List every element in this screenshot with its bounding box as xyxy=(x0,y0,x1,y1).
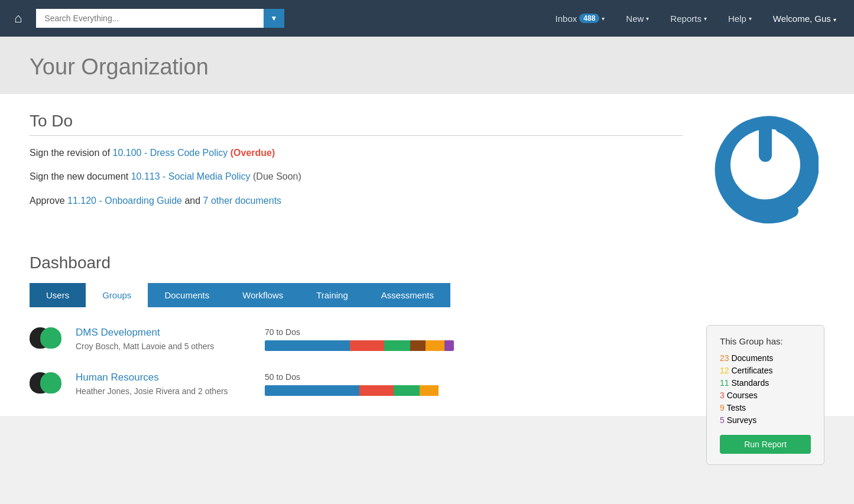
todo-item-3: Approve 11.120 - Onboarding Guide and 7 … xyxy=(30,194,683,207)
tt-surveys-count: 5 xyxy=(720,415,725,425)
power-icon-wrap xyxy=(706,112,824,230)
tt-docs-label: Documents xyxy=(731,353,773,363)
tab-training[interactable]: Training xyxy=(300,283,365,307)
welcome-label: Welcome, Gus xyxy=(773,14,831,24)
todo-2-prefix: Sign the new document xyxy=(30,171,131,181)
page-title: Your Organization xyxy=(30,54,824,80)
group-avatar-hr xyxy=(30,370,64,398)
group-bar-dms: 70 to Dos xyxy=(265,327,694,351)
group-members-hr: Heather Jones, Josie Rivera and 2 others xyxy=(76,386,228,396)
welcome-caret-icon: ▾ xyxy=(833,17,836,23)
bar-seg-hr-2 xyxy=(359,385,394,396)
tooltip-area: This Group has: 23 Documents 12 Certific… xyxy=(694,325,824,398)
bar-seg-dms-2 xyxy=(350,340,384,351)
new-nav-item[interactable]: New ▾ xyxy=(618,10,657,27)
group-name-hr[interactable]: Human Resources xyxy=(76,372,253,383)
inbox-label: Inbox xyxy=(556,14,577,24)
tt-stands-label: Standards xyxy=(731,378,769,388)
tt-certs-count: 12 xyxy=(720,366,729,375)
group-main: DMS Development Croy Bosch, Matt Lavoie … xyxy=(30,325,694,398)
new-caret-icon: ▾ xyxy=(646,15,649,22)
avatar-front-1 xyxy=(40,327,61,349)
tooltip-row-surveys: 5 Surveys xyxy=(720,415,811,425)
bar-seg-hr-3 xyxy=(394,385,420,396)
bar-seg-dms-3 xyxy=(384,340,411,351)
bar-seg-dms-1 xyxy=(265,340,350,351)
todo-item-2: Sign the new document 10.113 - Social Me… xyxy=(30,170,683,183)
tt-courses-label: Courses xyxy=(727,391,758,400)
tt-certs-label: Certificates xyxy=(731,366,772,375)
main-content: To Do Sign the revision of 10.100 - Dres… xyxy=(0,94,854,416)
inbox-caret-icon: ▾ xyxy=(602,15,605,22)
home-button[interactable]: ⌂ xyxy=(9,8,27,28)
todo-list: To Do Sign the revision of 10.100 - Dres… xyxy=(30,112,683,218)
tab-groups[interactable]: Groups xyxy=(86,283,148,307)
tab-assessments[interactable]: Assessments xyxy=(365,283,450,307)
tooltip-title: This Group has: xyxy=(720,336,811,346)
navbar: ⌂ ▼ Inbox 488 ▾ New ▾ Reports ▾ Help ▾ W… xyxy=(0,0,854,37)
search-wrapper: ▼ xyxy=(36,9,284,28)
reports-label: Reports xyxy=(670,14,702,24)
todo-3-prefix: Approve xyxy=(30,196,67,206)
help-nav-item[interactable]: Help ▾ xyxy=(720,10,760,27)
search-dropdown-button[interactable]: ▼ xyxy=(264,9,285,28)
inbox-nav-item[interactable]: Inbox 488 ▾ xyxy=(547,10,613,27)
tab-workflows[interactable]: Workflows xyxy=(226,283,300,307)
group-name-dms[interactable]: DMS Development xyxy=(76,327,253,339)
tooltip-row-courses: 3 Courses xyxy=(720,391,811,400)
todo-2-link[interactable]: 10.113 - Social Media Policy xyxy=(131,171,251,181)
tooltip-row-stands: 11 Standards xyxy=(720,378,811,388)
help-label: Help xyxy=(728,14,746,24)
tt-tests-count: 9 xyxy=(720,403,725,412)
bar-seg-dms-6 xyxy=(444,340,454,351)
avatar-front-2 xyxy=(40,372,61,394)
new-label: New xyxy=(626,14,644,24)
bar-seg-hr-4 xyxy=(420,385,439,396)
dashboard-section: Dashboard Users Groups Documents Workflo… xyxy=(30,253,824,398)
todo-section: To Do Sign the revision of 10.100 - Dres… xyxy=(30,112,824,230)
tab-users[interactable]: Users xyxy=(30,283,86,307)
todo-3-mid: and xyxy=(184,196,203,206)
group-row-hr: Human Resources Heather Jones, Josie Riv… xyxy=(30,370,694,398)
dashboard-title: Dashboard xyxy=(30,253,824,272)
search-input[interactable] xyxy=(36,9,263,28)
group-list: DMS Development Croy Bosch, Matt Lavoie … xyxy=(30,325,694,398)
run-report-button[interactable]: Run Report xyxy=(720,435,811,454)
tooltip-row-certs: 12 Certificates xyxy=(720,366,811,375)
tt-docs-count: 23 xyxy=(720,353,729,363)
tooltip-box: This Group has: 23 Documents 12 Certific… xyxy=(706,325,824,465)
bar-seg-hr-1 xyxy=(265,385,359,396)
todo-3-link2[interactable]: 7 other documents xyxy=(203,196,282,206)
bar-label-hr: 50 to Dos xyxy=(265,372,694,382)
todo-title: To Do xyxy=(30,112,683,136)
welcome-nav-item[interactable]: Welcome, Gus ▾ xyxy=(765,10,845,27)
group-area: DMS Development Croy Bosch, Matt Lavoie … xyxy=(30,325,824,398)
reports-caret-icon: ▾ xyxy=(704,15,707,22)
todo-1-status: (Overdue) xyxy=(230,148,275,158)
group-members-dms: Croy Bosch, Matt Lavoie and 5 others xyxy=(76,342,214,351)
todo-1-prefix: Sign the revision of xyxy=(30,148,113,158)
svg-rect-0 xyxy=(759,118,772,162)
tab-documents[interactable]: Documents xyxy=(148,283,226,307)
tabs-container: Users Groups Documents Workflows Trainin… xyxy=(30,283,824,307)
tt-courses-count: 3 xyxy=(720,391,725,400)
group-bar-hr: 50 to Dos xyxy=(265,372,694,396)
todo-1-link[interactable]: 10.100 - Dress Code Policy xyxy=(113,148,228,158)
reports-nav-item[interactable]: Reports ▾ xyxy=(662,10,715,27)
tooltip-row-docs: 23 Documents xyxy=(720,353,811,363)
tooltip-row-tests: 9 Tests xyxy=(720,403,811,412)
todo-3-link1[interactable]: 11.120 - Onboarding Guide xyxy=(67,196,182,206)
help-caret-icon: ▾ xyxy=(749,15,752,22)
page-header: Your Organization xyxy=(0,37,854,94)
todo-2-status: (Due Soon) xyxy=(253,171,301,181)
tt-stands-count: 11 xyxy=(720,378,729,388)
bar-seg-dms-5 xyxy=(426,340,444,351)
tt-tests-label: Tests xyxy=(726,403,746,412)
bar-track-hr xyxy=(265,385,454,396)
tt-surveys-label: Surveys xyxy=(727,415,757,425)
inbox-badge: 488 xyxy=(579,14,599,23)
group-info-hr: Human Resources Heather Jones, Josie Riv… xyxy=(76,372,253,396)
todo-item-1: Sign the revision of 10.100 - Dress Code… xyxy=(30,147,683,160)
bar-seg-dms-4 xyxy=(410,340,426,351)
bar-label-dms: 70 to Dos xyxy=(265,327,694,337)
